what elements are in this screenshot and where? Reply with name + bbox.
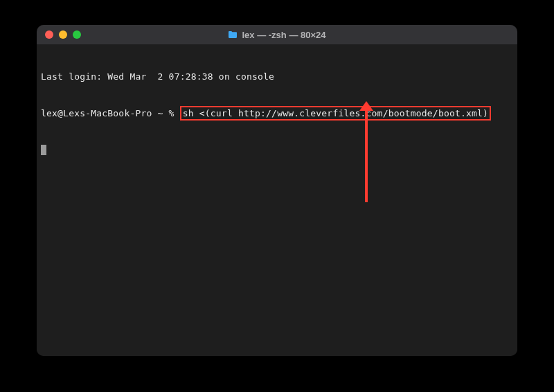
terminal-body[interactable]: Last login: Wed Mar 2 07:28:38 on consol… [37,44,517,356]
command-text: sh <(curl http://www.cleverfiles.com/boo… [183,108,488,118]
prompt-line: lex@Lexs-MacBook-Pro ~ % sh <(curl http:… [41,106,513,121]
prompt-text: lex@Lexs-MacBook-Pro ~ % [41,108,180,118]
minimize-icon[interactable] [59,30,67,39]
cursor-block [41,145,46,155]
close-icon[interactable] [45,30,53,39]
cursor-line [41,144,513,156]
traffic-lights [37,30,81,39]
command-highlight: sh <(curl http://www.cleverfiles.com/boo… [180,106,491,121]
folder-icon [228,30,238,39]
title-center: lex — -zsh — 80×24 [37,30,517,40]
terminal-window: lex — -zsh — 80×24 Last login: Wed Mar 2… [37,25,517,356]
titlebar[interactable]: lex — -zsh — 80×24 [37,25,517,44]
last-login-line: Last login: Wed Mar 2 07:28:38 on consol… [41,71,513,82]
window-title: lex — -zsh — 80×24 [242,30,325,40]
maximize-icon[interactable] [73,30,81,39]
